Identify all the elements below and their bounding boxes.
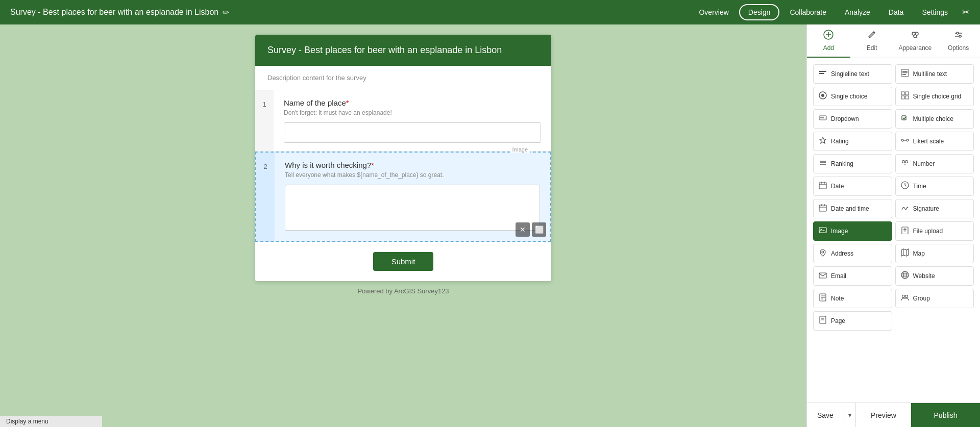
survey-header: Survey - Best places for beer with an es… <box>255 35 551 66</box>
panel-content: Singleline text Multiline text Single ch… <box>807 58 980 403</box>
survey-canvas: Survey - Best places for beer with an es… <box>0 24 806 427</box>
tab-options-label: Options <box>948 44 969 52</box>
image-label: Image <box>510 146 530 153</box>
file-upload-icon <box>901 226 909 236</box>
submit-button[interactable]: Submit <box>373 252 434 271</box>
svg-rect-13 <box>902 71 908 72</box>
widget-single-choice-grid[interactable]: Single choice grid <box>895 87 974 106</box>
question-content-1: Name of the place* Don't forget: it must… <box>274 90 551 151</box>
edit-title-icon[interactable]: ✏ <box>223 8 229 17</box>
widget-single-choice[interactable]: Single choice <box>813 87 892 106</box>
tab-add[interactable]: Add <box>807 24 850 58</box>
nav-settings[interactable]: Settings <box>914 5 956 19</box>
ranking-icon <box>819 159 827 169</box>
required-marker-1: * <box>346 98 349 107</box>
survey-description: Description content for the survey <box>255 66 551 90</box>
nav-overview[interactable]: Overview <box>691 5 737 19</box>
widget-multiple-choice[interactable]: Multiple choice <box>895 109 974 129</box>
question-textarea-2[interactable] <box>285 185 540 231</box>
publish-button[interactable]: Publish <box>911 403 980 427</box>
preview-button[interactable]: Preview <box>856 403 911 427</box>
survey-footer: Submit <box>255 242 551 281</box>
delete-question-button[interactable]: ✕ <box>516 222 530 237</box>
number-icon <box>901 159 909 169</box>
tab-options[interactable]: Options <box>937 24 980 58</box>
likert-scale-icon <box>901 136 909 146</box>
widget-signature[interactable]: Signature <box>895 199 974 218</box>
right-panel: Add Edit Appearance Options <box>806 24 980 427</box>
widget-ranking[interactable]: Ranking <box>813 154 892 173</box>
widget-email[interactable]: Email <box>813 266 892 286</box>
question-title-1: Name of the place* <box>284 98 541 107</box>
widget-dropdown[interactable]: Dropdown <box>813 109 892 129</box>
question-row-2: 2 Why is it worth checking?* Tell everyo… <box>255 152 551 242</box>
singleline-text-icon <box>819 69 827 79</box>
nav-data[interactable]: Data <box>880 5 912 19</box>
date-and-time-icon <box>819 204 827 214</box>
tab-add-label: Add <box>823 44 834 52</box>
appearance-tab-icon <box>910 30 920 42</box>
scissors-icon[interactable]: ✂ <box>962 7 970 18</box>
single-choice-icon <box>819 91 827 102</box>
bottom-bar: Save ▾ Preview Publish <box>807 403 980 427</box>
svg-point-32 <box>902 161 904 163</box>
svg-point-8 <box>957 32 959 34</box>
tab-edit-label: Edit <box>867 44 877 52</box>
question-hint-1: Don't forget: it must have an esplanade! <box>284 109 541 116</box>
nav-links: Overview Design Collaborate Analyze Data… <box>691 4 956 20</box>
widget-date[interactable]: Date <box>813 177 892 196</box>
widget-group[interactable]: Group <box>895 289 974 308</box>
svg-rect-54 <box>819 273 826 278</box>
widget-website[interactable]: Website <box>895 266 974 286</box>
nav-design[interactable]: Design <box>739 4 780 20</box>
widget-file-upload[interactable]: File upload <box>895 221 974 241</box>
widget-address[interactable]: Address <box>813 244 892 263</box>
widget-image[interactable]: Image <box>813 221 892 241</box>
signature-icon <box>901 204 909 214</box>
email-icon <box>819 271 827 281</box>
svg-rect-10 <box>819 71 826 72</box>
question-input-1[interactable] <box>284 122 541 143</box>
website-icon <box>901 271 909 281</box>
address-icon <box>819 248 827 259</box>
widget-likert-scale[interactable]: Likert scale <box>895 132 974 151</box>
widget-multiline-text[interactable]: Multiline text <box>895 64 974 84</box>
top-navigation: Survey - Best places for beer with an es… <box>0 0 980 24</box>
save-button[interactable]: Save <box>807 403 844 427</box>
widget-time[interactable]: Time <box>895 177 974 196</box>
svg-point-5 <box>914 35 917 38</box>
powered-by: Powered by ArcGIS Survey123 <box>357 287 449 295</box>
widget-page[interactable]: Page <box>813 311 892 331</box>
panel-tabs: Add Edit Appearance Options <box>807 24 980 58</box>
svg-marker-51 <box>901 249 909 256</box>
tab-appearance[interactable]: Appearance <box>894 24 937 58</box>
svg-line-34 <box>904 164 905 165</box>
time-icon <box>901 181 909 191</box>
widget-note[interactable]: Note <box>813 289 892 308</box>
nav-analyze[interactable]: Analyze <box>837 5 878 19</box>
rating-icon <box>819 136 827 146</box>
svg-rect-11 <box>819 73 824 74</box>
save-dropdown-button[interactable]: ▾ <box>844 403 855 427</box>
survey-questions: 1 Name of the place* Don't forget: it mu… <box>255 90 551 242</box>
note-icon <box>819 293 827 304</box>
options-tab-icon <box>953 30 964 42</box>
edit-tab-icon <box>867 30 877 42</box>
widget-rating[interactable]: Rating <box>813 132 892 151</box>
nav-collaborate[interactable]: Collaborate <box>781 5 835 19</box>
main-content: Survey - Best places for beer with an es… <box>0 24 980 427</box>
widget-map[interactable]: Map <box>895 244 974 263</box>
svg-point-50 <box>822 251 824 253</box>
widget-singleline-text[interactable]: Singleline text <box>813 64 892 84</box>
multiple-choice-icon <box>901 114 909 124</box>
dropdown-icon <box>819 114 827 124</box>
widget-number[interactable]: Number <box>895 154 974 173</box>
tab-edit[interactable]: Edit <box>850 24 894 58</box>
duplicate-question-button[interactable]: ⬜ <box>532 222 546 237</box>
svg-rect-15 <box>902 74 906 75</box>
date-icon <box>819 181 827 191</box>
multiline-text-icon <box>901 69 909 79</box>
image-icon <box>819 226 827 236</box>
tab-appearance-label: Appearance <box>899 44 932 52</box>
widget-date-and-time[interactable]: Date and time <box>813 199 892 218</box>
